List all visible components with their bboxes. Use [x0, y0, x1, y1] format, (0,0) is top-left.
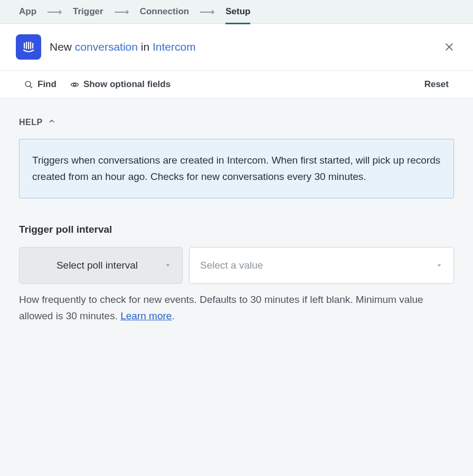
breadcrumb-connection[interactable]: Connection — [140, 6, 190, 17]
breadcrumb: App ⟶ Trigger ⟶ Connection ⟶ Setup — [0, 0, 473, 24]
breadcrumb-app[interactable]: App — [19, 6, 36, 17]
poll-interval-unit-text: Select poll interval — [30, 260, 164, 271]
title-conversation-link[interactable]: conversation — [75, 41, 138, 53]
arrow-right-icon: ⟶ — [114, 6, 129, 17]
title-prefix: New — [50, 41, 75, 53]
help-label: HELP — [19, 118, 43, 127]
svg-point-6 — [25, 81, 31, 87]
close-icon[interactable] — [441, 39, 457, 55]
page-title: New conversation in Intercom — [50, 41, 433, 53]
chevron-down-icon — [164, 262, 172, 269]
show-optional-button[interactable]: Show optional fields — [70, 79, 171, 90]
hint-prefix: How frequently to check for new events. … — [19, 294, 423, 321]
search-icon — [24, 80, 33, 89]
breadcrumb-trigger[interactable]: Trigger — [73, 6, 103, 17]
poll-interval-value-text: Select a value — [200, 260, 436, 271]
svg-rect-4 — [30, 42, 31, 49]
poll-interval-hint: How frequently to check for new events. … — [19, 291, 454, 325]
poll-interval-label: Trigger poll interval — [19, 224, 454, 235]
find-button[interactable]: Find — [24, 79, 56, 90]
toolbar: Find Show optional fields Reset — [0, 71, 473, 99]
reset-button[interactable]: Reset — [424, 79, 449, 90]
poll-interval-unit-select[interactable]: Select poll interval — [19, 247, 183, 284]
show-optional-label: Show optional fields — [83, 79, 171, 90]
svg-rect-2 — [26, 42, 27, 49]
svg-rect-1 — [24, 43, 25, 49]
svg-rect-5 — [32, 43, 33, 49]
help-toggle[interactable]: HELP — [19, 118, 454, 127]
content-area: HELP Triggers when conversations are cre… — [0, 99, 473, 343]
arrow-right-icon: ⟶ — [200, 6, 215, 17]
hint-suffix: . — [172, 310, 174, 321]
chevron-up-icon — [48, 118, 55, 127]
svg-rect-3 — [28, 42, 29, 49]
svg-point-7 — [73, 83, 75, 85]
poll-interval-value-select[interactable]: Select a value — [189, 247, 454, 284]
arrow-right-icon: ⟶ — [47, 6, 62, 17]
chevron-down-icon — [436, 262, 443, 269]
title-intercom-link[interactable]: Intercom — [153, 41, 196, 53]
find-label: Find — [37, 79, 56, 90]
eye-icon — [70, 80, 79, 89]
intercom-icon — [16, 34, 41, 60]
poll-interval-row: Select poll interval Select a value — [19, 247, 454, 284]
title-bar: New conversation in Intercom — [0, 24, 473, 71]
title-mid: in — [138, 41, 153, 53]
learn-more-link[interactable]: Learn more — [120, 310, 172, 321]
help-description: Triggers when conversations are created … — [19, 139, 454, 198]
breadcrumb-setup[interactable]: Setup — [225, 6, 250, 17]
